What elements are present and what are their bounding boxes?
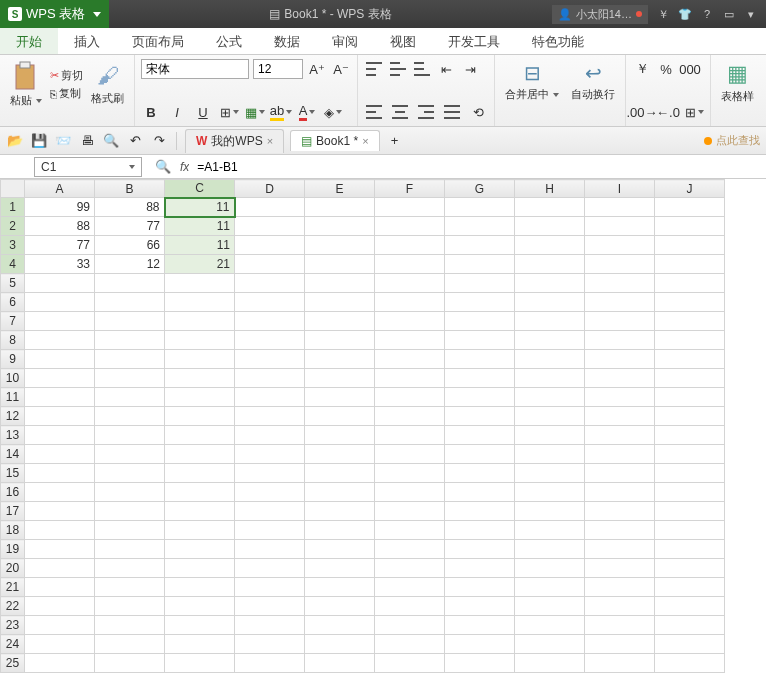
cell[interactable]	[235, 616, 305, 635]
column-header[interactable]: G	[445, 180, 515, 198]
cell[interactable]	[515, 597, 585, 616]
cell[interactable]: 88	[95, 198, 165, 217]
auto-wrap-button[interactable]: ↩ 自动换行	[567, 59, 619, 104]
cell[interactable]	[375, 483, 445, 502]
cell[interactable]	[95, 521, 165, 540]
cell[interactable]	[655, 255, 725, 274]
cell[interactable]	[585, 407, 655, 426]
cell[interactable]	[235, 483, 305, 502]
cell[interactable]	[165, 388, 235, 407]
number-format-button[interactable]: ⊞	[684, 102, 704, 122]
cell[interactable]	[445, 578, 515, 597]
cell[interactable]	[165, 502, 235, 521]
cell[interactable]	[165, 540, 235, 559]
cell[interactable]	[375, 521, 445, 540]
tab-data[interactable]: 数据	[258, 28, 316, 54]
user-chip[interactable]: 👤 小太阳14…	[552, 5, 648, 24]
cell[interactable]: 12	[95, 255, 165, 274]
italic-button[interactable]: I	[167, 102, 187, 122]
cell[interactable]	[25, 521, 95, 540]
cell[interactable]	[25, 540, 95, 559]
fill-color-button[interactable]: ▦	[245, 102, 265, 122]
cell[interactable]	[585, 597, 655, 616]
cell[interactable]	[445, 616, 515, 635]
undo-icon[interactable]: ↶	[126, 132, 144, 150]
cell-style-button[interactable]: ▦ 表格样	[717, 59, 758, 106]
cell[interactable]	[25, 502, 95, 521]
cell[interactable]	[515, 578, 585, 597]
cell[interactable]	[585, 217, 655, 236]
merge-center-button[interactable]: ⊟ 合并居中	[501, 59, 563, 104]
cell[interactable]	[165, 654, 235, 673]
book1-tab[interactable]: ▤ Book1 * ×	[290, 130, 379, 151]
cell[interactable]	[235, 217, 305, 236]
cell[interactable]	[375, 274, 445, 293]
cell[interactable]	[655, 274, 725, 293]
cell[interactable]	[375, 236, 445, 255]
cell[interactable]	[235, 597, 305, 616]
cell[interactable]	[445, 559, 515, 578]
tab-insert[interactable]: 插入	[58, 28, 116, 54]
cell[interactable]	[655, 464, 725, 483]
row-header[interactable]: 16	[1, 483, 25, 502]
cell[interactable]	[375, 426, 445, 445]
cell[interactable]	[515, 217, 585, 236]
cell[interactable]	[235, 464, 305, 483]
cell[interactable]	[165, 521, 235, 540]
cell[interactable]	[585, 616, 655, 635]
cell[interactable]	[95, 388, 165, 407]
cell[interactable]	[445, 255, 515, 274]
cell[interactable]	[165, 293, 235, 312]
align-right-button[interactable]	[416, 102, 436, 122]
cell[interactable]	[235, 578, 305, 597]
cell[interactable]	[515, 445, 585, 464]
cell[interactable]	[375, 635, 445, 654]
cell[interactable]	[235, 198, 305, 217]
cell[interactable]	[235, 388, 305, 407]
cell[interactable]	[375, 255, 445, 274]
cell[interactable]	[655, 369, 725, 388]
cell[interactable]: 11	[165, 236, 235, 255]
cell[interactable]	[515, 236, 585, 255]
cell[interactable]	[95, 274, 165, 293]
cell[interactable]	[655, 578, 725, 597]
cell[interactable]	[375, 597, 445, 616]
print-icon[interactable]: 🖶	[78, 132, 96, 150]
cell[interactable]	[95, 502, 165, 521]
column-header[interactable]: B	[95, 180, 165, 198]
cell[interactable]	[445, 521, 515, 540]
cell[interactable]	[25, 426, 95, 445]
cell[interactable]	[305, 502, 375, 521]
cell[interactable]	[95, 445, 165, 464]
cell[interactable]	[445, 635, 515, 654]
cell[interactable]	[585, 312, 655, 331]
cell[interactable]	[445, 445, 515, 464]
cell[interactable]	[235, 369, 305, 388]
cell[interactable]	[305, 521, 375, 540]
cell[interactable]	[235, 312, 305, 331]
print-mail-icon[interactable]: 📨	[54, 132, 72, 150]
cell[interactable]	[655, 236, 725, 255]
cell[interactable]	[305, 217, 375, 236]
cell[interactable]	[585, 483, 655, 502]
cell[interactable]	[375, 559, 445, 578]
cell[interactable]	[235, 635, 305, 654]
cell[interactable]	[585, 426, 655, 445]
cell[interactable]	[235, 407, 305, 426]
cell[interactable]	[235, 293, 305, 312]
increase-font-button[interactable]: A⁺	[307, 59, 327, 79]
minimize-icon[interactable]: ▭	[722, 7, 736, 21]
row-header[interactable]: 18	[1, 521, 25, 540]
cell[interactable]	[585, 331, 655, 350]
tab-formula[interactable]: 公式	[200, 28, 258, 54]
copy-button[interactable]: ⎘复制	[50, 86, 83, 101]
cell[interactable]	[445, 350, 515, 369]
align-top-button[interactable]	[364, 59, 384, 79]
row-header[interactable]: 15	[1, 464, 25, 483]
cell[interactable]	[655, 293, 725, 312]
cell[interactable]	[165, 597, 235, 616]
cell[interactable]	[375, 369, 445, 388]
cell[interactable]	[235, 350, 305, 369]
cell[interactable]	[95, 407, 165, 426]
cell[interactable]	[95, 369, 165, 388]
